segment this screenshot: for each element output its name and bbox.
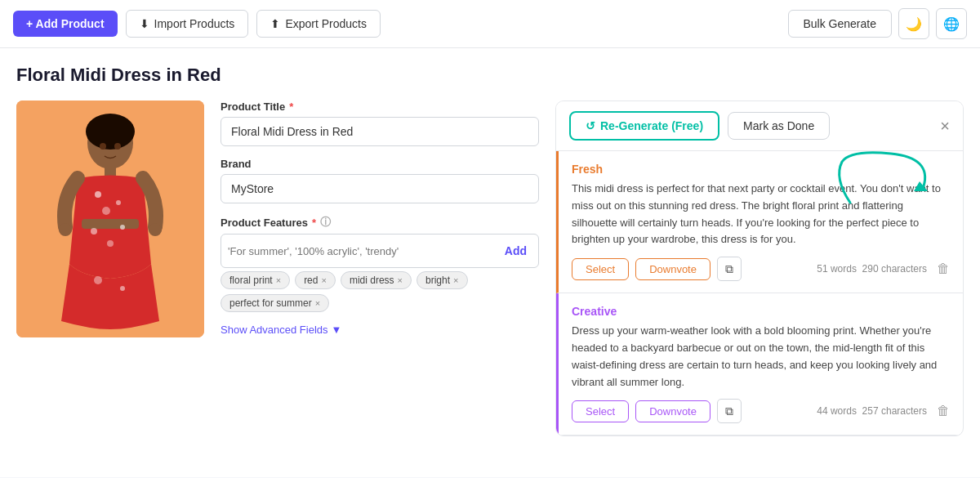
svg-point-9 [120,225,125,230]
result-card-creative: Creative Dress up your warm-weather look… [556,293,963,436]
close-button[interactable]: × [940,117,950,136]
creative-text: Dress up your warm-weather look with a b… [572,323,950,391]
svg-point-5 [95,191,101,198]
trash-icon-creative: 🗑 [937,404,950,418]
copy-icon-creative: ⧉ [725,404,733,418]
add-tag-button[interactable]: Add [500,243,532,259]
svg-point-8 [91,228,97,235]
svg-point-6 [116,200,121,205]
title-label: Product Title * [220,101,539,113]
remove-tag-midi[interactable]: × [398,275,403,285]
add-product-button[interactable]: + Add Product [13,11,118,37]
moon-icon: 🌙 [906,16,922,32]
language-button[interactable]: 🌐 [936,8,967,39]
results-scroll[interactable]: Fresh This midi dress is perfect for tha… [556,151,963,436]
import-products-button[interactable]: ⬇ Import Products [126,10,249,38]
theme-toggle-button[interactable]: 🌙 [898,8,929,39]
export-products-button[interactable]: ⬆ Export Products [256,10,381,38]
fresh-label: Fresh [572,163,950,176]
tag-floral-print: floral print × [220,271,290,289]
svg-point-11 [94,276,102,284]
remove-tag-bright[interactable]: × [453,275,458,285]
brand-input[interactable] [220,174,539,203]
globe-icon: 🌐 [943,16,960,32]
svg-point-7 [102,207,110,215]
product-heading: Floral Midi Dress in Red [16,65,964,86]
required-indicator-2: * [312,217,316,229]
svg-point-12 [120,286,125,291]
mark-done-button[interactable]: Mark as Done [728,112,830,140]
features-group: Product Features * ⓘ Add floral print × … [220,215,539,312]
select-fresh-button[interactable]: Select [572,258,629,280]
svg-point-2 [86,114,135,150]
title-input[interactable] [220,117,539,146]
copy-fresh-button[interactable]: ⧉ [717,257,742,281]
downvote-fresh-button[interactable]: Downvote [635,258,710,280]
copy-creative-button[interactable]: ⧉ [717,399,742,423]
copy-icon-fresh: ⧉ [725,262,733,276]
creative-label: Creative [572,305,950,318]
refresh-icon: ↺ [586,119,595,132]
features-input[interactable] [228,245,495,257]
svg-point-16 [149,223,162,236]
features-label: Product Features * ⓘ [220,215,539,230]
svg-rect-4 [82,219,139,229]
right-panel: ↺ Re-Generate (Free) Mark as Done × Fres… [555,101,964,436]
tag-midi-dress: midi dress × [341,271,412,289]
downvote-creative-button[interactable]: Downvote [635,400,710,422]
product-image [16,101,204,337]
import-icon: ⬇ [140,17,149,30]
svg-point-14 [114,143,121,150]
features-tags-container[interactable]: Add [220,234,539,268]
chevron-down-icon: ▼ [332,324,342,336]
fresh-word-count: 51 words 290 characters [817,263,927,275]
show-advanced-button[interactable]: Show Advanced Fields ▼ [220,324,341,336]
trash-icon-fresh: 🗑 [937,261,950,275]
top-bar: + Add Product ⬇ Import Products ⬆ Export… [0,0,980,48]
product-layout: Product Title * Brand Product Features *… [16,101,964,436]
remove-tag-red[interactable]: × [321,275,326,285]
svg-point-10 [107,240,114,247]
delete-fresh-button[interactable]: 🗑 [937,261,950,276]
creative-actions: Select Downvote ⧉ 44 words 257 character… [572,399,950,423]
tags-row: floral print × red × midi dress × bright… [220,271,539,312]
remove-tag-summer[interactable]: × [315,298,320,308]
svg-point-15 [59,223,72,236]
fresh-actions: Select Downvote ⧉ 51 words 290 character… [572,257,950,281]
export-icon: ⬆ [270,17,280,30]
title-group: Product Title * [220,101,539,146]
required-indicator: * [289,101,293,113]
bulk-generate-button[interactable]: Bulk Generate [788,10,893,38]
svg-point-13 [100,143,106,150]
creative-word-count: 44 words 257 characters [817,405,927,417]
brand-label: Brand [220,158,539,170]
delete-creative-button[interactable]: 🗑 [937,404,950,418]
remove-tag-floral[interactable]: × [276,275,281,285]
tag-red: red × [295,271,336,289]
result-card-fresh: Fresh This midi dress is perfect for tha… [556,151,963,293]
fresh-text: This midi dress is perfect for that next… [572,181,950,248]
product-form: Product Title * Brand Product Features *… [220,101,539,436]
right-panel-header: ↺ Re-Generate (Free) Mark as Done × [556,101,963,151]
tag-perfect-for-summer: perfect for summer × [220,294,329,312]
regenerate-button[interactable]: ↺ Re-Generate (Free) [569,111,719,141]
help-icon: ⓘ [320,215,331,230]
top-bar-right: Bulk Generate 🌙 🌐 [788,8,968,39]
brand-group: Brand [220,158,539,203]
main-content: Floral Midi Dress in Red [0,48,980,477]
tag-bright: bright × [416,271,467,289]
select-creative-button[interactable]: Select [572,400,629,422]
